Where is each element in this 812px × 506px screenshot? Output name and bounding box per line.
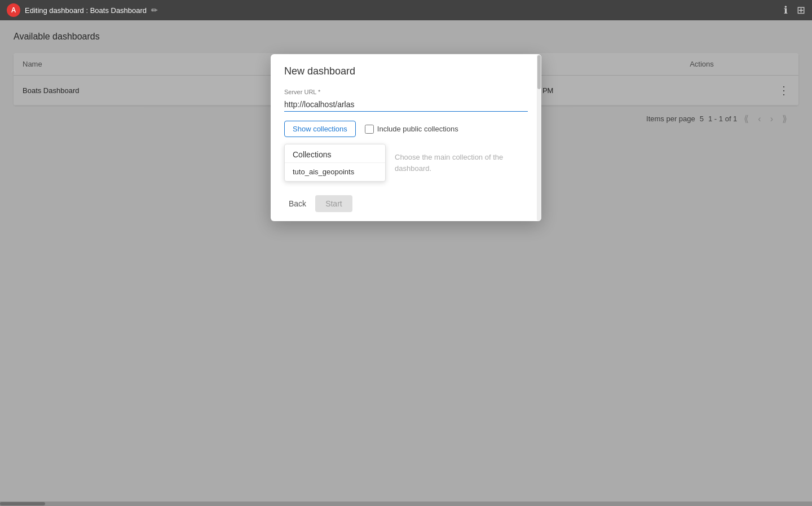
collection-help-panel: Choose the main collection of the dashbo… bbox=[386, 144, 528, 182]
modal-overlay: New dashboard Server URL * Show collecti… bbox=[0, 20, 812, 506]
server-url-field-group: Server URL * bbox=[284, 89, 528, 112]
show-collections-row: Show collections Include public collecti… bbox=[284, 121, 528, 137]
include-public-checkbox[interactable] bbox=[365, 125, 374, 134]
app-logo: A bbox=[7, 3, 20, 17]
header-left: A Editing dashboard : Boats Dashboard ✏ bbox=[7, 3, 158, 17]
server-url-label: Server URL * bbox=[284, 89, 528, 95]
start-button[interactable]: Start bbox=[315, 195, 352, 212]
collections-list-panel: Collections tuto_ais_geopoints bbox=[284, 144, 386, 182]
modal-footer: Back Start bbox=[271, 188, 541, 221]
collections-dropdown-area: Collections tuto_ais_geopoints Choose th… bbox=[284, 144, 528, 182]
modal-title: New dashboard bbox=[284, 65, 528, 77]
header-icons: ℹ ⊞ bbox=[784, 4, 805, 16]
list-item[interactable]: tuto_ais_geopoints bbox=[285, 163, 385, 181]
header-bar: A Editing dashboard : Boats Dashboard ✏ … bbox=[0, 0, 812, 20]
info-button[interactable]: ℹ bbox=[784, 4, 788, 16]
modal-dialog: New dashboard Server URL * Show collecti… bbox=[271, 54, 541, 221]
include-public-text: Include public collections bbox=[377, 125, 458, 133]
header-title: Editing dashboard : Boats Dashboard bbox=[25, 6, 147, 15]
server-url-input[interactable] bbox=[284, 98, 528, 112]
grid-icon: ⊞ bbox=[797, 4, 805, 16]
edit-icon[interactable]: ✏ bbox=[151, 6, 158, 15]
grid-button[interactable]: ⊞ bbox=[797, 4, 805, 16]
show-collections-button[interactable]: Show collections bbox=[284, 121, 356, 137]
collection-item-label: tuto_ais_geopoints bbox=[293, 168, 354, 176]
modal-header: New dashboard bbox=[271, 54, 541, 82]
modal-body: Server URL * Show collections Include pu… bbox=[271, 82, 541, 188]
include-public-label[interactable]: Include public collections bbox=[365, 125, 458, 134]
info-icon: ℹ bbox=[784, 4, 788, 16]
collections-list-header: Collections bbox=[285, 144, 385, 163]
collection-help-text: Choose the main collection of the dashbo… bbox=[395, 153, 503, 173]
back-button[interactable]: Back bbox=[284, 196, 311, 212]
